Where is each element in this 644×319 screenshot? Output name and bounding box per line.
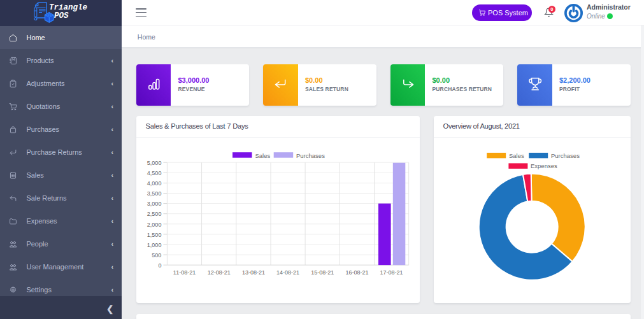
svg-text:2,000: 2,000 (147, 222, 161, 228)
svg-text:Expenses: Expenses (531, 162, 557, 169)
svg-text:13-08-21: 13-08-21 (241, 269, 264, 276)
svg-text:16-08-21: 16-08-21 (345, 269, 368, 276)
svg-text:1,000: 1,000 (147, 242, 161, 248)
svg-text:Sales: Sales (509, 152, 524, 159)
svg-text:14-08-21: 14-08-21 (276, 269, 299, 276)
svg-text:12-08-21: 12-08-21 (207, 269, 230, 276)
svg-text:Purchases: Purchases (296, 152, 325, 159)
svg-text:11-08-21: 11-08-21 (173, 269, 195, 276)
svg-text:3,000: 3,000 (147, 201, 161, 207)
svg-text:Purchases: Purchases (551, 152, 580, 159)
svg-text:4,500: 4,500 (147, 170, 161, 176)
svg-text:4,000: 4,000 (147, 180, 161, 187)
svg-text:1,500: 1,500 (147, 232, 161, 238)
svg-text:15-08-21: 15-08-21 (311, 269, 334, 276)
svg-text:3,500: 3,500 (147, 190, 161, 197)
svg-text:0: 0 (158, 262, 161, 269)
svg-text:Sales: Sales (255, 152, 270, 159)
svg-text:500: 500 (152, 252, 161, 259)
svg-text:17-08-21: 17-08-21 (380, 269, 403, 276)
svg-text:2,500: 2,500 (147, 211, 161, 217)
svg-text:5,000: 5,000 (147, 160, 161, 166)
